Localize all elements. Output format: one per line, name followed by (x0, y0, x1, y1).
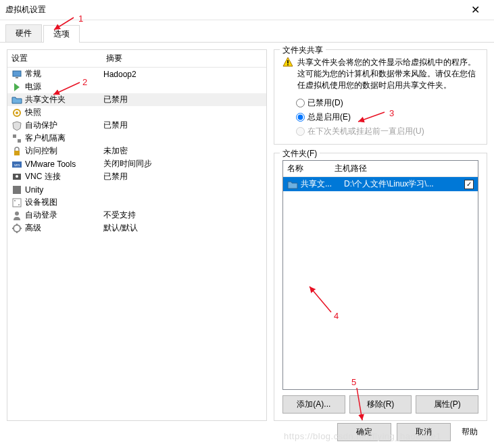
sharing-group: 文件夹共享 共享文件夹会将您的文件显示给虚拟机中的程序。这可能为您的计算机和数据… (274, 49, 487, 145)
radio-next-input (296, 127, 305, 136)
sharing-radio-group: 已禁用(D) 总是启用(E) 在下次关机或挂起前一直启用(U) (282, 97, 478, 137)
list-row-isolation[interactable]: 客户机隔离 (7, 132, 266, 145)
radio-always[interactable]: 总是启用(E) (296, 111, 478, 123)
settings-list: 设置 摘要 常规Hadoop2电源共享文件夹已禁用快照自动保护已禁用客户机隔离访… (7, 49, 267, 421)
list-row-name: 电源 (25, 81, 41, 93)
radio-always-input[interactable] (296, 113, 305, 122)
close-icon[interactable]: ✕ (462, 0, 489, 20)
power-icon (11, 82, 22, 93)
cancel-button[interactable]: 取消 (397, 423, 451, 441)
svg-point-14 (14, 200, 16, 201)
list-row-name: 常规 (25, 68, 41, 80)
list-row-name: 自动登录 (25, 209, 57, 221)
radio-disabled[interactable]: 已禁用(D) (296, 97, 478, 109)
svg-rect-5 (13, 134, 16, 138)
svg-text:vm: vm (14, 163, 20, 167)
dialog-footer: 确定 取消 帮助 (337, 423, 483, 441)
annotation-label-5: 5 (351, 377, 356, 387)
list-row-summary: 未加密 (103, 145, 262, 157)
add-button[interactable]: 添加(A)... (282, 395, 345, 414)
list-row-summary: 已禁用 (103, 171, 262, 182)
vnc-icon (11, 172, 22, 182)
list-row-device[interactable]: 设备视图 (7, 196, 266, 209)
advanced-icon (11, 223, 22, 234)
list-row-name: VNC 连接 (25, 171, 61, 182)
list-row-summary: 已禁用 (103, 94, 262, 105)
list-row-unity[interactable]: Unity (7, 183, 266, 196)
svg-rect-6 (18, 139, 21, 143)
svg-point-17 (14, 225, 20, 232)
folder-col-path: 主机路径 (335, 163, 474, 174)
list-row-vmware[interactable]: vmVMware Tools关闭时间同步 (7, 157, 266, 170)
folder-list[interactable]: 名称 主机路径 共享文... D:\个人文件\Linux学习\... ✓ (282, 160, 478, 390)
list-row-name: 高级 (25, 222, 41, 234)
window-title: 虚拟机设置 (5, 4, 462, 16)
lock-icon (11, 146, 22, 157)
folder-list-header: 名称 主机路径 (283, 161, 478, 177)
device-icon (11, 197, 22, 208)
vmware-icon: vm (11, 159, 22, 170)
list-row-folder-share[interactable]: 共享文件夹已禁用 (7, 93, 266, 106)
list-row-name: 设备视图 (25, 197, 57, 208)
properties-button[interactable]: 属性(P) (416, 395, 478, 414)
list-row-snapshot[interactable]: 快照 (7, 106, 266, 119)
svg-rect-12 (13, 186, 21, 194)
radio-disabled-input[interactable] (296, 99, 305, 107)
svg-rect-20 (287, 64, 289, 66)
shield-icon (11, 120, 22, 131)
list-row-name: VMware Tools (25, 159, 76, 169)
list-row-summary: 不受支持 (103, 209, 262, 221)
svg-rect-1 (16, 77, 18, 78)
annotation-label-2: 2 (82, 77, 87, 87)
tab-options[interactable]: 选项 (43, 25, 80, 43)
unity-icon (11, 184, 22, 195)
radio-next-label: 在下次关机或挂起前一直启用(U) (307, 126, 424, 137)
list-row-monitor[interactable]: 常规Hadoop2 (7, 68, 266, 80)
svg-rect-0 (13, 71, 21, 76)
svg-rect-7 (14, 151, 20, 155)
folder-row-name: 共享文... (301, 178, 344, 190)
isolation-icon (11, 133, 22, 144)
folder-buttons: 添加(A)... 移除(R) 属性(P) (282, 395, 478, 414)
login-icon (11, 210, 22, 221)
remove-button[interactable]: 移除(R) (349, 395, 412, 414)
folder-row-path: D:\个人文件\Linux学习\... (344, 178, 464, 190)
list-row-name: 快照 (25, 107, 41, 118)
list-row-vnc[interactable]: VNC 连接已禁用 (7, 170, 266, 183)
svg-point-16 (15, 211, 19, 216)
list-row-summary: 关闭时间同步 (103, 158, 262, 170)
list-row-name: 自动保护 (25, 120, 57, 131)
list-row-shield[interactable]: 自动保护已禁用 (7, 119, 266, 132)
right-panel: 文件夹共享 共享文件夹会将您的文件显示给虚拟机中的程序。这可能为您的计算机和数据… (274, 49, 487, 421)
list-row-summary: 默认/默认 (103, 222, 262, 234)
list-row-name: 访问控制 (25, 145, 57, 157)
tab-hardware[interactable]: 硬件 (5, 24, 42, 42)
monitor-icon (11, 69, 22, 80)
svg-rect-19 (287, 60, 289, 64)
radio-disabled-label: 已禁用(D) (307, 97, 343, 109)
tab-strip: 硬件 选项 (0, 20, 494, 43)
radio-always-label: 总是启用(E) (307, 111, 351, 123)
list-row-login[interactable]: 自动登录不受支持 (7, 209, 266, 222)
warning-text: 共享文件夹会将您的文件显示给虚拟机中的程序。这可能为您的计算机和数据带来风险。请… (297, 57, 478, 91)
radio-next: 在下次关机或挂起前一直启用(U) (296, 126, 478, 137)
col-summary-header: 摘要 (106, 53, 262, 64)
folders-group: 文件夹(F) 名称 主机路径 共享文... D:\个人文件\Linux学习\..… (274, 153, 487, 421)
folder-row-checkbox[interactable]: ✓ (464, 180, 474, 189)
list-row-lock[interactable]: 访问控制未加密 (7, 145, 266, 157)
list-row-power[interactable]: 电源 (7, 80, 266, 93)
settings-list-header: 设置 摘要 (7, 50, 266, 68)
ok-button[interactable]: 确定 (337, 423, 391, 441)
folder-row-selected[interactable]: 共享文... D:\个人文件\Linux学习\... ✓ (283, 177, 478, 191)
svg-rect-13 (13, 199, 21, 207)
svg-marker-2 (14, 83, 20, 91)
folder-icon (287, 180, 298, 189)
list-row-advanced[interactable]: 高级默认/默认 (7, 222, 266, 234)
list-row-name: 共享文件夹 (25, 94, 66, 105)
list-row-name: Unity (25, 185, 43, 195)
annotation-label-3: 3 (389, 108, 394, 118)
sharing-group-title: 文件夹共享 (280, 45, 326, 56)
help-link[interactable]: 帮助 (456, 424, 483, 441)
annotation-label-4: 4 (334, 311, 339, 321)
content-area: 设置 摘要 常规Hadoop2电源共享文件夹已禁用快照自动保护已禁用客户机隔离访… (0, 43, 494, 428)
